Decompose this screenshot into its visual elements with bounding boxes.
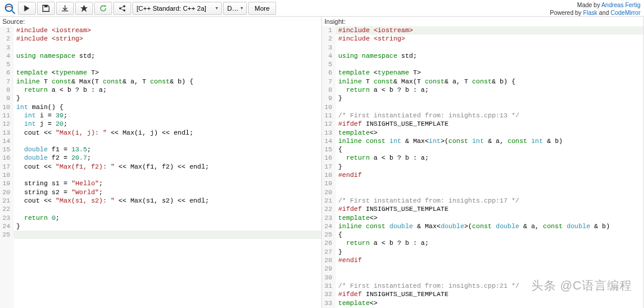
code-line[interactable] <box>336 273 643 282</box>
code-line[interactable]: return 0; <box>14 214 321 222</box>
svg-line-9 <box>121 6 123 7</box>
code-line[interactable] <box>336 103 643 111</box>
code-line[interactable]: #ifdef INSIGHTS_USE_TEMPLATE <box>336 290 643 298</box>
code-line[interactable]: #ifdef INSIGHTS_USE_TEMPLATE <box>336 205 643 213</box>
code-line[interactable]: #endif <box>336 171 643 179</box>
source-editor[interactable]: 1234567891011121314151617181920212223242… <box>0 26 321 308</box>
app-logo-icon <box>2 2 17 15</box>
standard-select[interactable]: [C++ Standard: C++ 2a] <box>132 2 222 15</box>
code-line[interactable]: } <box>14 94 321 102</box>
code-line[interactable]: using namespace std; <box>336 52 643 60</box>
code-line[interactable]: template<> <box>336 214 643 222</box>
svg-line-1 <box>12 11 15 14</box>
code-line[interactable]: #include <string> <box>14 35 321 43</box>
refresh-button[interactable] <box>94 2 112 15</box>
code-line[interactable] <box>14 60 321 69</box>
run-button[interactable] <box>18 2 36 15</box>
code-line[interactable]: } <box>336 248 643 256</box>
code-line[interactable]: double f2 = 20.7; <box>14 154 321 162</box>
code-line[interactable]: cout << "Max(s1, s2): " << Max(s1, s2) <… <box>14 197 321 205</box>
source-label: Source: <box>0 17 321 26</box>
code-line[interactable]: using namespace std; <box>14 52 321 60</box>
code-line[interactable]: return a < b ? b : a; <box>336 239 643 247</box>
author-link[interactable]: Andreas Fertig <box>601 2 640 8</box>
code-line[interactable]: return a < b ? b : a; <box>14 86 321 94</box>
code-line[interactable] <box>14 137 321 145</box>
code-line[interactable]: double f1 = 13.5; <box>14 145 321 154</box>
code-line[interactable]: template<> <box>336 129 643 137</box>
code-line[interactable]: int j = 20; <box>14 120 321 128</box>
code-line[interactable]: int i = 39; <box>14 111 321 120</box>
code-line[interactable]: } <box>14 222 321 231</box>
code-line[interactable] <box>336 265 643 273</box>
code-line[interactable]: inline T const& Max(T const& a, T const&… <box>14 77 321 86</box>
code-line[interactable] <box>14 171 321 179</box>
codemirror-link[interactable]: CodeMirror <box>611 10 640 16</box>
code-line[interactable]: inline const int & Max<int>(const int & … <box>336 137 643 145</box>
code-line[interactable] <box>336 43 643 52</box>
diff-select[interactable]: D… <box>223 2 247 15</box>
code-line[interactable]: #include <iostream> <box>14 26 321 35</box>
save-button[interactable] <box>37 2 55 15</box>
code-line[interactable]: /* First instantiated from: insights.cpp… <box>336 197 643 205</box>
code-line[interactable]: } <box>336 163 643 171</box>
insight-panel: Insight: 1234567891011121314151617181920… <box>322 17 644 308</box>
star-button[interactable] <box>75 2 93 15</box>
download-button[interactable] <box>56 2 74 15</box>
code-line[interactable]: { <box>336 145 643 154</box>
code-line[interactable]: string s2 = "World"; <box>14 188 321 197</box>
code-line[interactable]: template <typename T> <box>14 69 321 77</box>
svg-marker-5 <box>105 4 107 7</box>
svg-rect-3 <box>44 5 47 7</box>
code-line[interactable]: inline const double & Max<double>(const … <box>336 222 643 231</box>
code-line[interactable]: #ifdef INSIGHTS_USE_TEMPLATE <box>336 120 643 128</box>
svg-point-8 <box>123 9 126 11</box>
code-line[interactable]: } <box>336 94 643 102</box>
code-line[interactable]: string s1 = "Hello"; <box>14 179 321 188</box>
svg-line-10 <box>121 8 123 10</box>
code-line[interactable]: #include <iostream> <box>336 26 643 35</box>
code-line[interactable]: int main() { <box>14 103 321 111</box>
code-line[interactable] <box>336 60 643 69</box>
code-line[interactable]: { <box>336 231 643 239</box>
svg-marker-2 <box>24 5 30 11</box>
code-line[interactable] <box>14 231 321 239</box>
code-line[interactable] <box>14 43 321 52</box>
code-line[interactable] <box>14 205 321 213</box>
code-line[interactable]: template<> <box>336 299 643 307</box>
code-line[interactable]: template <typename T> <box>336 69 643 77</box>
code-line[interactable]: #include <string> <box>336 35 643 43</box>
insight-editor[interactable]: 1234567891011121314151617181920212223242… <box>322 26 643 308</box>
source-panel: Source: 12345678910111213141516171819202… <box>0 17 322 308</box>
code-line[interactable]: /* First instantiated from: insights.cpp… <box>336 282 643 290</box>
code-line[interactable]: /* First instantiated from: insights.cpp… <box>336 111 643 120</box>
svg-point-7 <box>123 5 126 7</box>
code-line[interactable]: cout << "Max(f1, f2): " << Max(f1, f2) <… <box>14 163 321 171</box>
code-line[interactable] <box>336 179 643 188</box>
flask-link[interactable]: Flask <box>583 10 597 16</box>
code-line[interactable]: cout << "Max(i, j): " << Max(i, j) << en… <box>14 129 321 137</box>
more-button[interactable]: More <box>248 2 276 15</box>
code-line[interactable]: inline T const& Max(T const& a, T const&… <box>336 77 643 86</box>
code-line[interactable]: return a < b ? b : a; <box>336 86 643 94</box>
code-line[interactable]: #endif <box>336 256 643 265</box>
code-line[interactable] <box>336 188 643 197</box>
insight-label: Insight: <box>322 17 643 26</box>
toolbar: [C++ Standard: C++ 2a] D… More <box>0 0 644 17</box>
share-button[interactable] <box>113 2 131 15</box>
credits: Made by Andreas Fertig Powered by Flask … <box>550 1 640 17</box>
svg-marker-4 <box>80 4 88 11</box>
code-line[interactable]: return a < b ? b : a; <box>336 154 643 162</box>
